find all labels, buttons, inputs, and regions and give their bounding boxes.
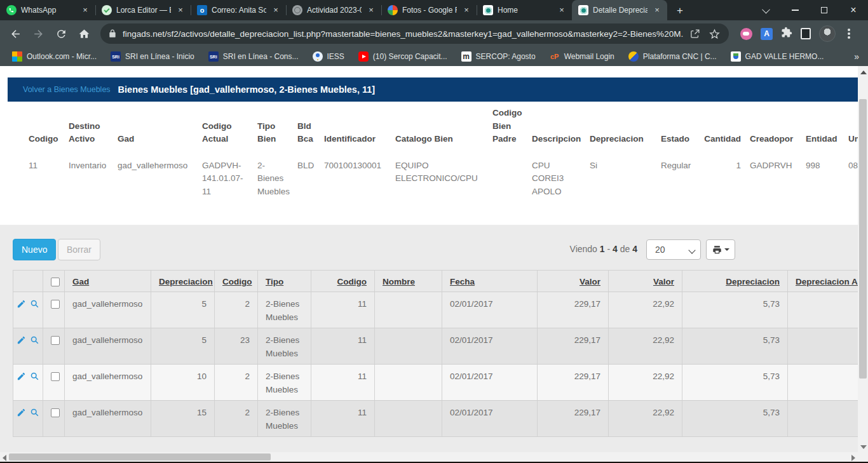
- bookmark-label: GAD VALLE HERMO...: [745, 52, 824, 61]
- translate-extension-icon[interactable]: A: [761, 28, 773, 40]
- browser-tab[interactable]: WhatsApp×: [0, 0, 95, 20]
- view-magnifier-icon[interactable]: [30, 408, 39, 422]
- vertical-scrollbar[interactable]: [858, 66, 868, 452]
- address-bar[interactable]: fingads.net/sf2/activos/detalle_deprecia…: [100, 23, 729, 44]
- nuevo-button[interactable]: Nuevo: [13, 239, 56, 260]
- browser-tab[interactable]: Home×: [477, 0, 572, 20]
- scroll-right-arrow-icon[interactable]: [851, 455, 855, 461]
- share-icon[interactable]: [689, 29, 700, 39]
- sort-link[interactable]: Codigo: [222, 277, 252, 286]
- master-column-header: Gad: [118, 133, 202, 145]
- sort-link[interactable]: Depreciacion: [159, 277, 213, 286]
- edit-pencil-icon[interactable]: [17, 372, 26, 386]
- row-checkbox[interactable]: [51, 336, 60, 345]
- tab-close-button[interactable]: ×: [557, 5, 567, 15]
- sort-link[interactable]: Codigo Bien: [337, 277, 367, 292]
- vertical-scrollbar-thumb[interactable]: [859, 99, 867, 379]
- sort-link[interactable]: Nombre Bien: [383, 277, 415, 292]
- view-magnifier-icon[interactable]: [30, 372, 39, 386]
- pink-extension-icon[interactable]: [740, 28, 752, 40]
- edit-pencil-icon[interactable]: [17, 408, 26, 422]
- master-column-header: Bld Bca: [297, 120, 324, 146]
- table-cell: 5: [151, 292, 215, 328]
- printer-icon: [712, 245, 722, 255]
- bookmarks-overflow-chevron[interactable]: »: [848, 51, 865, 62]
- browser-tab[interactable]: Lorca Editor — El×: [95, 0, 191, 20]
- browser-tab[interactable]: oCorreo: Anita Sos×: [191, 0, 286, 20]
- bookmark-label: SRI en Línea - Inicio: [125, 52, 194, 61]
- tab-close-button[interactable]: ×: [175, 5, 186, 15]
- sort-link[interactable]: Valor Contable: [564, 277, 600, 292]
- tab-search-button[interactable]: [751, 0, 780, 20]
- master-column-header: Un Eje: [848, 133, 858, 145]
- row-checkbox-cell: [43, 292, 65, 328]
- sort-link[interactable]: Tipo Bien: [266, 277, 284, 292]
- table-cell: 2-Bienes Muebles: [258, 401, 311, 436]
- scroll-down-arrow-icon[interactable]: [860, 445, 867, 449]
- reader-extension-icon[interactable]: [801, 28, 811, 39]
- page-size-select[interactable]: 20: [646, 239, 701, 260]
- bookmark-label: IESS: [327, 52, 344, 61]
- detail-column-header: Codigo Bien: [311, 271, 375, 292]
- borrar-button[interactable]: Borrar: [58, 239, 100, 260]
- browser-tab[interactable]: Fotos - Google F×: [381, 0, 477, 20]
- bookmark-item[interactable]: IESS: [307, 50, 350, 64]
- master-cell: 11: [29, 151, 69, 198]
- tab-close-button[interactable]: ×: [80, 5, 90, 15]
- bookmark-item[interactable]: Plataforma CNC | C...: [623, 50, 722, 64]
- browser-menu-icon[interactable]: [848, 32, 850, 35]
- print-button[interactable]: [706, 239, 735, 260]
- horizontal-scrollbar-thumb[interactable]: [9, 453, 271, 460]
- detail-column-header: Valor Contable: [538, 271, 609, 292]
- maximize-button[interactable]: [810, 0, 839, 20]
- sort-link[interactable]: Depreciacion Acu: [796, 277, 858, 286]
- close-window-button[interactable]: ×: [839, 0, 868, 20]
- select-all-checkbox[interactable]: [51, 278, 60, 286]
- tab-title: WhatsApp: [21, 6, 76, 15]
- bookmark-item[interactable]: SRiSRI en Línea - Inicio: [105, 50, 200, 64]
- bookmark-item[interactable]: (10) Sercop Capacit...: [353, 50, 453, 64]
- scroll-left-arrow-icon[interactable]: [3, 455, 6, 461]
- edit-pencil-icon[interactable]: [17, 299, 26, 313]
- tab-close-button[interactable]: ×: [652, 5, 662, 15]
- forward-button[interactable]: [28, 23, 48, 44]
- table-cell: 02/01/2017: [442, 401, 538, 436]
- close-icon: ×: [850, 5, 856, 15]
- view-magnifier-icon[interactable]: [30, 299, 39, 313]
- lock-icon: [108, 29, 117, 38]
- sort-link[interactable]: Fecha depreciación: [450, 277, 503, 292]
- new-tab-button[interactable]: +: [671, 3, 689, 20]
- table-cell: 5: [151, 328, 215, 364]
- scroll-up-arrow-icon[interactable]: [860, 70, 867, 74]
- horizontal-scrollbar[interactable]: [0, 452, 858, 462]
- browser-tab[interactable]: Actividad 2023-0×: [286, 0, 381, 20]
- home-button[interactable]: [74, 23, 94, 44]
- viewing-status: Viendo 1 - 4 de 4: [570, 244, 637, 254]
- row-checkbox[interactable]: [51, 372, 60, 381]
- back-to-bienes-muebles-link[interactable]: Volver a Bienes Muebles: [23, 85, 111, 94]
- bookmark-star-icon[interactable]: [709, 29, 720, 39]
- bookmark-item[interactable]: SRiSRI en Línea - Cons...: [203, 50, 304, 64]
- tab-close-button[interactable]: ×: [366, 5, 376, 15]
- view-magnifier-icon[interactable]: [30, 335, 39, 349]
- sort-link[interactable]: Depreciacion Mensual: [726, 277, 780, 292]
- sort-link[interactable]: Valor Residual: [639, 277, 674, 292]
- edit-pencil-icon[interactable]: [17, 335, 26, 349]
- sort-link[interactable]: Gad: [72, 277, 89, 286]
- browser-tab[interactable]: Detalle Deprecia×: [572, 0, 667, 20]
- bookmark-item[interactable]: cPWebmail Login: [544, 50, 620, 64]
- table-cell: 22,92: [609, 328, 682, 364]
- profile-avatar[interactable]: [819, 25, 836, 42]
- back-button[interactable]: [5, 23, 25, 44]
- minimize-button[interactable]: [780, 0, 810, 20]
- row-checkbox[interactable]: [51, 300, 60, 309]
- tab-close-button[interactable]: ×: [271, 5, 281, 15]
- extensions-puzzle-icon[interactable]: [781, 27, 792, 41]
- reload-button[interactable]: [51, 23, 71, 44]
- row-checkbox[interactable]: [51, 408, 60, 417]
- bookmark-item[interactable]: mSERCOP: Agosto: [456, 50, 541, 64]
- bookmark-item[interactable]: Outlook.com - Micr...: [6, 50, 102, 64]
- url-text: fingads.net/sf2/activos/detalle_deprecia…: [123, 29, 684, 39]
- tab-close-button[interactable]: ×: [461, 5, 471, 15]
- bookmark-item[interactable]: GAD VALLE HERMO...: [725, 50, 830, 64]
